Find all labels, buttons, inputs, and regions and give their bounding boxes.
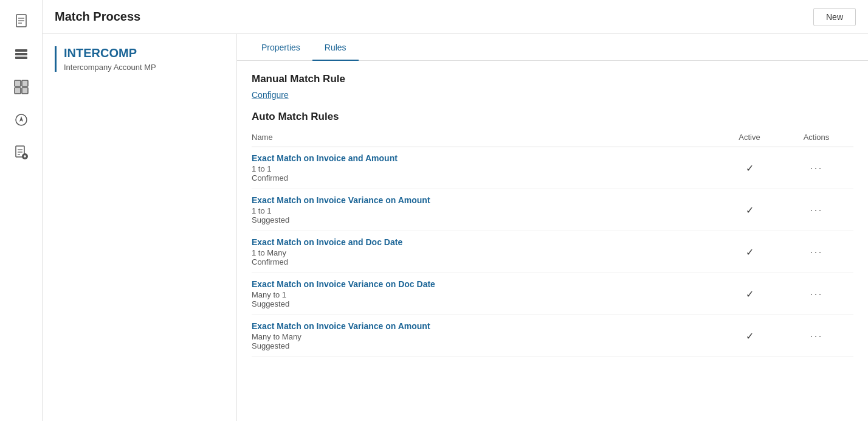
svg-rect-5 — [15, 53, 27, 55]
rule-name[interactable]: Exact Match on Invoice Variance on Amoun… — [252, 321, 712, 331]
rule-ratio: Many to 1 — [252, 290, 712, 299]
rule-actions-menu[interactable]: ··· — [787, 189, 853, 231]
table-icon — [13, 78, 30, 96]
svg-rect-4 — [15, 49, 27, 52]
rule-status: Confirmed — [252, 257, 712, 266]
main-content: Match Process New INTERCOMP Intercompany… — [43, 0, 868, 421]
col-header-actions: Actions — [787, 128, 853, 147]
rule-status: Suggested — [252, 299, 712, 308]
rule-active: ✓ — [720, 273, 787, 315]
svg-rect-6 — [15, 57, 27, 59]
list-icon — [13, 46, 30, 63]
configure-link[interactable]: Configure — [252, 90, 289, 100]
svg-marker-12 — [19, 116, 23, 122]
sidebar-item-list[interactable] — [6, 39, 36, 69]
tabs: Properties Rules — [237, 34, 868, 61]
entity-code: INTERCOMP — [64, 46, 224, 60]
rules-icon — [13, 144, 30, 161]
header: Match Process New — [43, 0, 868, 34]
tab-properties[interactable]: Properties — [249, 34, 312, 61]
table-row: Exact Match on Invoice Variance on Amoun… — [252, 315, 853, 357]
auto-match-table: Name Active Actions Exact Match on Invoi… — [252, 128, 853, 357]
svg-rect-8 — [22, 80, 28, 86]
table-row: Exact Match on Invoice and Doc Date 1 to… — [252, 231, 853, 273]
rule-ratio: 1 to Many — [252, 248, 712, 257]
document-icon — [13, 13, 30, 30]
table-row: Exact Match on Invoice Variance on Amoun… — [252, 189, 853, 231]
manual-match-title: Manual Match Rule — [252, 73, 853, 85]
rule-actions-menu[interactable]: ··· — [787, 315, 853, 357]
table-row: Exact Match on Invoice and Amount 1 to 1… — [252, 147, 853, 189]
rule-cell-name: Exact Match on Invoice Variance on Amoun… — [252, 189, 720, 231]
rule-cell-name: Exact Match on Invoice and Amount 1 to 1… — [252, 147, 720, 189]
cursor-icon — [13, 111, 30, 128]
entity-name: Intercompany Account MP — [64, 63, 224, 72]
sidebar-item-rules[interactable] — [6, 137, 36, 168]
rule-cell-name: Exact Match on Invoice and Doc Date 1 to… — [252, 231, 720, 273]
rule-ratio: 1 to 1 — [252, 164, 712, 173]
rule-name[interactable]: Exact Match on Invoice and Doc Date — [252, 237, 712, 247]
rule-name[interactable]: Exact Match on Invoice Variance on Amoun… — [252, 195, 712, 205]
col-header-name: Name — [252, 128, 720, 147]
rule-cell-name: Exact Match on Invoice Variance on Doc D… — [252, 273, 720, 315]
col-header-active: Active — [720, 128, 787, 147]
rule-status: Suggested — [252, 341, 712, 350]
sidebar-item-document[interactable] — [6, 6, 36, 37]
rule-active: ✓ — [720, 315, 787, 357]
svg-rect-9 — [15, 88, 21, 94]
svg-rect-10 — [22, 88, 28, 94]
sidebar-item-table[interactable] — [6, 72, 36, 102]
content-area: INTERCOMP Intercompany Account MP Proper… — [43, 34, 868, 421]
rule-ratio: Many to Many — [252, 332, 712, 341]
rules-content: Manual Match Rule Configure Auto Match R… — [237, 61, 868, 369]
auto-match-title: Auto Match Rules — [252, 111, 853, 123]
rule-name[interactable]: Exact Match on Invoice Variance on Doc D… — [252, 279, 712, 289]
table-row: Exact Match on Invoice Variance on Doc D… — [252, 273, 853, 315]
rule-status: Confirmed — [252, 173, 712, 183]
left-panel: INTERCOMP Intercompany Account MP — [43, 34, 237, 421]
entity-info: INTERCOMP Intercompany Account MP — [55, 46, 224, 72]
sidebar — [0, 0, 43, 421]
sidebar-item-cursor[interactable] — [6, 105, 36, 135]
rule-status: Suggested — [252, 215, 712, 224]
rule-actions-menu[interactable]: ··· — [787, 147, 853, 189]
rule-actions-menu[interactable]: ··· — [787, 273, 853, 315]
rule-active: ✓ — [720, 147, 787, 189]
svg-rect-7 — [15, 80, 21, 86]
rule-active: ✓ — [720, 189, 787, 231]
rule-ratio: 1 to 1 — [252, 206, 712, 215]
page-title: Match Process — [55, 10, 140, 24]
rule-actions-menu[interactable]: ··· — [787, 231, 853, 273]
rule-cell-name: Exact Match on Invoice Variance on Amoun… — [252, 315, 720, 357]
right-panel: Properties Rules Manual Match Rule Confi… — [237, 34, 868, 421]
tab-rules[interactable]: Rules — [312, 34, 359, 61]
rule-name[interactable]: Exact Match on Invoice and Amount — [252, 153, 712, 163]
rule-active: ✓ — [720, 231, 787, 273]
new-button[interactable]: New — [813, 8, 856, 26]
